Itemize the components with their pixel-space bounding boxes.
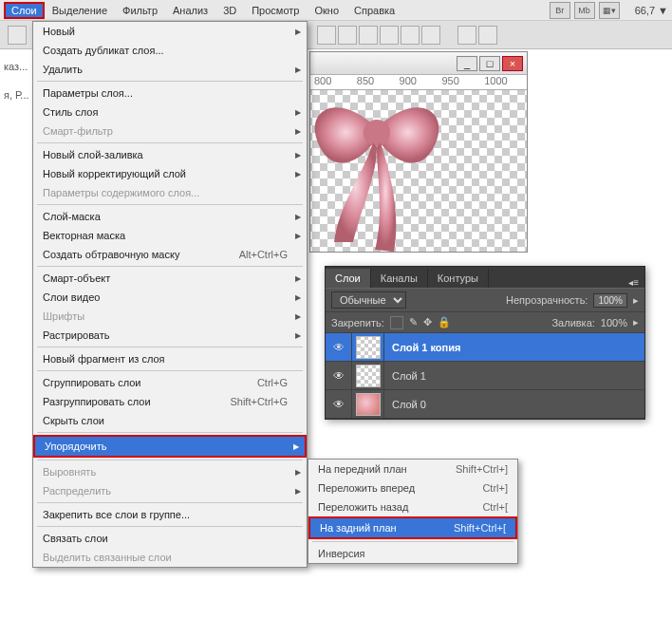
lock-all-icon[interactable]: 🔒	[438, 316, 451, 328]
menu-window[interactable]: Окно	[307, 2, 346, 19]
layer-name[interactable]: Слой 0	[384, 399, 426, 410]
menu-item[interactable]: Выделить связанные слои	[33, 548, 307, 567]
menu-item[interactable]: Создать обтравочную маскуAlt+Ctrl+G	[33, 245, 307, 264]
menu-3d[interactable]: 3D	[215, 2, 244, 19]
app-menubar: Слои Выделение Фильтр Анализ 3D Просмотр…	[0, 0, 672, 21]
layer-row[interactable]: 👁Слой 1 копия	[326, 333, 644, 362]
layer-thumbnail[interactable]	[356, 336, 381, 359]
tab-channels[interactable]: Каналы	[371, 269, 428, 288]
menu-item[interactable]: Шрифты	[33, 307, 307, 326]
zoom-level[interactable]: 66,7 ▼	[635, 5, 668, 16]
menu-selection[interactable]: Выделение	[45, 2, 115, 19]
tab-paths[interactable]: Контуры	[428, 269, 489, 288]
lock-pixels-icon[interactable]: ✎	[409, 316, 418, 328]
lock-transparency-icon[interactable]	[390, 316, 403, 329]
menu-item[interactable]: Стиль слоя	[33, 103, 307, 122]
canvas[interactable]	[310, 90, 527, 252]
fill-label: Заливка:	[551, 317, 594, 328]
menu-item[interactable]: Новый фрагмент из слоя	[33, 349, 307, 368]
lock-label: Закрепить:	[331, 317, 384, 328]
svg-point-0	[364, 120, 390, 146]
submenu-item[interactable]: Инверсия	[308, 544, 517, 563]
menu-item[interactable]: Связать слои	[33, 529, 307, 548]
menu-analysis[interactable]: Анализ	[165, 2, 215, 19]
menu-item[interactable]: Новый слой-заливка	[33, 145, 307, 164]
maximize-button[interactable]: □	[479, 56, 500, 71]
menu-item[interactable]: Слои видео	[33, 288, 307, 307]
menu-item[interactable]: Разгруппировать слоиShift+Ctrl+G	[33, 392, 307, 411]
menu-help[interactable]: Справка	[346, 2, 402, 19]
tab-fragment: каз...	[4, 61, 28, 72]
fill-value[interactable]: 100%	[601, 317, 627, 328]
menu-item[interactable]: Новый корректирующий слой	[33, 164, 307, 183]
layer-list: 👁Слой 1 копия👁Слой 1👁Слой 0	[326, 333, 644, 419]
align-icon[interactable]	[401, 26, 420, 45]
bridge-button[interactable]: Br	[550, 2, 570, 19]
menu-item[interactable]: Удалить	[33, 60, 307, 79]
minibridge-button[interactable]: Mb	[574, 2, 595, 19]
panel-tabs: Слои Каналы Контуры ◂≡	[326, 267, 644, 288]
align-icon[interactable]	[359, 26, 378, 45]
lock-move-icon[interactable]: ✥	[423, 316, 432, 328]
tab-layers[interactable]: Слои	[326, 269, 371, 288]
arrange-submenu: На передний планShift+Ctrl+]Переложить в…	[308, 459, 518, 564]
minimize-button[interactable]: _	[457, 56, 477, 71]
menu-item[interactable]: Закрепить все слои в группе...	[33, 505, 307, 524]
menu-item[interactable]: Сгруппировать слоиCtrl+G	[33, 373, 307, 392]
visibility-eye-icon[interactable]: 👁	[326, 390, 352, 418]
menu-item[interactable]: Смарт-объект	[33, 269, 307, 288]
align-icon[interactable]	[380, 26, 399, 45]
layer-row[interactable]: 👁Слой 0	[326, 390, 644, 419]
menu-item[interactable]: Параметры слоя...	[33, 84, 307, 103]
menu-item[interactable]: Упорядочить	[35, 437, 305, 456]
align-icon[interactable]	[338, 26, 357, 45]
blend-mode-select[interactable]: Обычные	[331, 291, 406, 309]
layer-name[interactable]: Слой 1	[384, 370, 426, 382]
panel-menu-icon[interactable]: ◂≡	[623, 277, 644, 288]
distribute-icon[interactable]	[457, 26, 476, 45]
opacity-label: Непрозрачность:	[506, 294, 588, 306]
doc-titlebar: _ □ ×	[310, 52, 527, 75]
bow-image	[310, 90, 472, 252]
menu-item[interactable]: Выровнять	[33, 462, 307, 481]
submenu-item[interactable]: На передний планShift+Ctrl+]	[308, 460, 517, 478]
menu-filter[interactable]: Фильтр	[115, 2, 165, 19]
layer-name[interactable]: Слой 1 копия	[384, 342, 460, 353]
visibility-eye-icon[interactable]: 👁	[326, 333, 352, 361]
menu-item[interactable]: Растрировать	[33, 326, 307, 345]
menu-item[interactable]: Распределить	[33, 481, 307, 500]
menu-layers[interactable]: Слои	[4, 2, 45, 19]
screen-mode-button[interactable]: ▦▾	[599, 2, 620, 19]
layer-row[interactable]: 👁Слой 1	[326, 362, 644, 390]
tool-icon[interactable]	[8, 26, 27, 45]
layers-menu-dropdown: НовыйСоздать дубликат слоя...УдалитьПара…	[32, 21, 308, 568]
menu-item[interactable]: Смарт-фильтр	[33, 122, 307, 141]
tab-fragment: я, Р...	[4, 89, 29, 101]
visibility-eye-icon[interactable]: 👁	[326, 362, 352, 389]
layer-thumbnail[interactable]	[356, 365, 381, 387]
align-icon[interactable]	[421, 26, 440, 45]
menu-item[interactable]: Создать дубликат слоя...	[33, 41, 307, 60]
layers-panel: Слои Каналы Контуры ◂≡ Обычные Непрозрач…	[325, 266, 645, 420]
submenu-item[interactable]: Переложить назадCtrl+[	[308, 497, 517, 516]
menu-view[interactable]: Просмотр	[244, 2, 307, 19]
menu-item[interactable]: Новый	[33, 22, 307, 41]
menu-item[interactable]: Векторная маска	[33, 226, 307, 245]
ruler-horizontal: 8008509009501000	[310, 75, 527, 90]
close-button[interactable]: ×	[502, 56, 523, 71]
menu-item[interactable]: Слой-маска	[33, 207, 307, 226]
submenu-item[interactable]: На задний планShift+Ctrl+[	[310, 518, 515, 537]
document-window: _ □ × 8008509009501000	[309, 51, 528, 253]
menu-item[interactable]: Параметры содержимого слоя...	[33, 183, 307, 202]
distribute-icon[interactable]	[478, 26, 497, 45]
opacity-value[interactable]: 100%	[593, 293, 627, 308]
submenu-item[interactable]: Переложить впередCtrl+]	[308, 478, 517, 497]
menu-item[interactable]: Скрыть слои	[33, 411, 307, 430]
layer-thumbnail[interactable]	[356, 393, 381, 416]
align-icon[interactable]	[317, 26, 336, 45]
